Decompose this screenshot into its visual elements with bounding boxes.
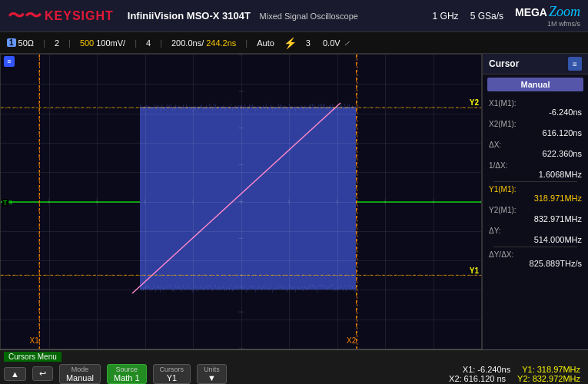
model-info: InfiniiVision MSO-X 3104T Mixed Signal O…	[128, 10, 358, 22]
mode-label: Mode	[71, 366, 89, 373]
logo-text: KEYSIGHT	[45, 9, 114, 23]
y2-cursor-label: Y2(M1):	[489, 206, 582, 214]
cursor-x1-line	[39, 55, 40, 349]
dy-dx-cursor-value: 825.889THz/s	[489, 259, 582, 268]
cursor-y2-line	[1, 108, 481, 108]
ch1-control[interactable]: 1 50Ω	[4, 38, 37, 48]
mega-label: MEGA	[515, 6, 547, 18]
main-area: Y2 Y1 X1 X2 T 3 ≡ Cursor ≡ Manual X1(M1)…	[0, 54, 588, 349]
cursor-panel-header: Cursor ≡	[483, 54, 588, 74]
back-btn[interactable]: ↩	[32, 366, 53, 381]
ch4-control[interactable]: 4	[143, 38, 154, 48]
x1-cursor-value: -6.240ns	[489, 108, 582, 117]
inv-dx-cursor-value: 1.6068MHz	[489, 170, 582, 179]
trig-ch-num: 3	[306, 38, 311, 48]
specs: 1 GHz 5 GSa/s MEGA Zoom 1M wfms/s	[433, 4, 580, 28]
keysight-logo: 〜〜 KEYSIGHT	[8, 5, 114, 28]
dx-cursor-label: ΔX:	[489, 141, 582, 149]
dy-dx-cursor-label: ΔY/ΔX:	[489, 250, 582, 259]
header: 〜〜 KEYSIGHT InfiniiVision MSO-X 3104T Mi…	[0, 0, 588, 32]
y2-readout: Y2: 832.972MHz	[517, 374, 580, 383]
zoom-sub: 1M wfms/s	[547, 20, 580, 28]
up-icon: ▲	[11, 369, 19, 379]
cursors-value: Y1	[167, 373, 177, 382]
bottom-bar: Cursors Menu ▲ ↩ Mode Manual Source Math…	[0, 349, 588, 384]
y1-cursor-label: Y1(M1):	[489, 185, 582, 194]
back-icon: ↩	[39, 369, 46, 379]
x1-label: X1	[30, 336, 39, 345]
cursor-data-panel: X1(M1): -6.240ns X2(M1): 616.120ns ΔX: 6…	[483, 94, 588, 270]
source-control[interactable]: Source Math 1	[107, 364, 147, 384]
trig-icon: ⚡	[284, 37, 297, 49]
volt-control[interactable]: 0.0V ⟋	[320, 38, 354, 48]
grid-lines	[1, 55, 481, 349]
ch3-unit: 100mV/	[96, 38, 125, 48]
bottom-readouts: X1: -6.240ns Y1: 318.97MHz X2: 616.120 n…	[449, 365, 584, 383]
grid-v-8	[385, 55, 386, 349]
scope-screen[interactable]: Y2 Y1 X1 X2 T 3 ≡	[0, 54, 482, 349]
bottom-controls: ▲ ↩ Mode Manual Source Math 1 Cursors Y1…	[0, 363, 588, 384]
freq-spec: 1 GHz	[433, 11, 459, 22]
trig-ch[interactable]: 3	[303, 38, 314, 48]
x2-readout: X2: 616.120 ns	[449, 374, 506, 383]
cursor-y1-line	[1, 275, 481, 276]
cursors-label: Cursors	[160, 366, 184, 373]
logo-wave-icon: 〜〜	[8, 5, 42, 28]
mega-zoom: MEGA Zoom 1M wfms/s	[515, 4, 580, 28]
divider4: |	[160, 38, 162, 48]
ch2-control[interactable]: 2	[51, 38, 62, 48]
grid-v-4	[193, 55, 194, 349]
manual-mode-btn[interactable]: Manual	[487, 78, 583, 91]
grid-v-2	[97, 55, 98, 349]
up-btn[interactable]: ▲	[4, 367, 26, 381]
mode-control[interactable]: Mode Manual	[59, 364, 101, 384]
channel-select-btn[interactable]: ≡	[4, 56, 15, 67]
cursors-control[interactable]: Cursors Y1	[153, 364, 191, 384]
grid-v-5	[241, 55, 242, 349]
source-label: Source	[116, 366, 138, 373]
grid-v-9	[434, 55, 434, 349]
y1-label: Y1	[470, 266, 479, 275]
time-delay: 244.2ns	[206, 38, 236, 48]
grid-v-3	[145, 55, 146, 349]
units-label: Units	[204, 366, 220, 373]
slope-icon: ⟋	[343, 38, 351, 48]
x2-cursor-label: X2(M1):	[489, 120, 582, 128]
dy-cursor-value: 514.000MHz	[489, 235, 582, 244]
x1-readout: X1: -6.240ns	[463, 365, 510, 374]
ch3-control[interactable]: 500 100mV/	[77, 38, 128, 48]
divider1: |	[43, 38, 45, 48]
toolbar: 1 50Ω | 2 | 500 100mV/ | 4 | 200.0ns/ 24…	[0, 32, 588, 54]
dy-cursor-label: ΔY:	[489, 227, 582, 235]
cursor-settings-btn[interactable]: ≡	[568, 57, 582, 71]
cursor-separator2	[493, 247, 577, 247]
logo-area: 〜〜 KEYSIGHT InfiniiVision MSO-X 3104T Mi…	[8, 5, 358, 28]
source-value: Math 1	[114, 373, 140, 382]
ch2-num: 2	[55, 38, 59, 48]
x1-cursor-label: X1(M1):	[489, 99, 582, 108]
grid-v-6	[289, 55, 290, 349]
trig-mode[interactable]: Auto	[254, 38, 277, 48]
grid-v-7	[337, 55, 338, 349]
ch4-num: 4	[146, 38, 151, 48]
time-control[interactable]: 200.0ns/ 244.2ns	[168, 38, 239, 48]
cursor-x2-line	[357, 55, 357, 349]
model-type: Mixed Signal Oscilloscope	[260, 12, 358, 21]
dx-cursor-value: 622.360ns	[489, 149, 582, 158]
volt-value: 0.0V	[323, 38, 341, 48]
x2-label: X2	[347, 336, 356, 345]
ch1-label: 1	[7, 38, 16, 47]
grid-v-1	[49, 55, 50, 349]
cursor-sidebar: Cursor ≡ Manual X1(M1): -6.240ns X2(M1):…	[482, 54, 588, 349]
inv-dx-cursor-label: 1/ΔX:	[489, 161, 582, 170]
cursor-panel-title: Cursor	[489, 58, 519, 69]
units-control[interactable]: Units ▼	[197, 364, 227, 384]
ch3-num: 500	[80, 38, 94, 48]
ch1-impedance: 50Ω	[18, 38, 34, 48]
zoom-label: Zoom	[549, 4, 580, 20]
y1-cursor-value: 318.971MHz	[489, 194, 582, 203]
sample-rate-spec: 5 GSa/s	[470, 11, 503, 22]
cursor-separator	[493, 181, 577, 182]
model-name: InfiniiVision MSO-X 3104T	[128, 10, 251, 22]
time-div: 200.0ns/	[171, 38, 204, 48]
